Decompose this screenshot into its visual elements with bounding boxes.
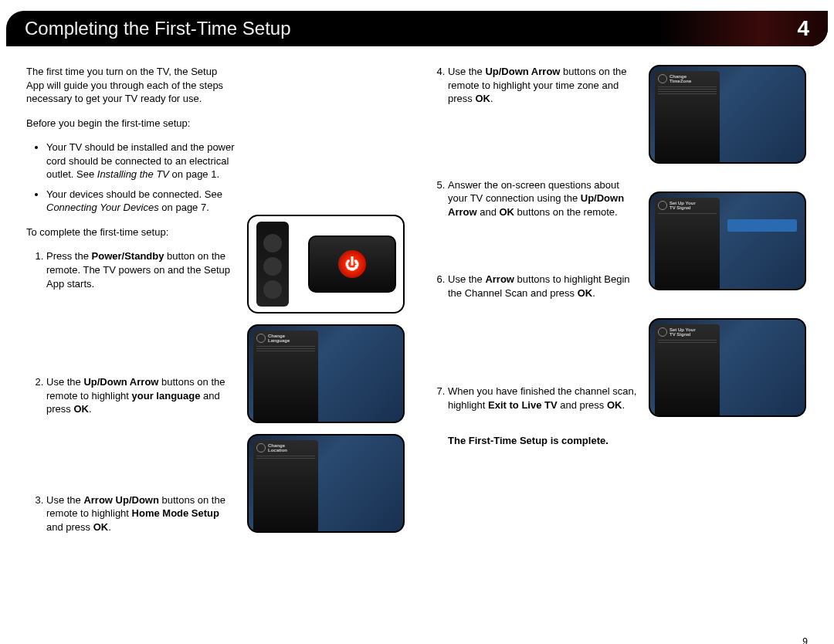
step-1: Press the Power/Standby button on the re… bbox=[46, 249, 236, 290]
screenshot-language: Change Language bbox=[247, 324, 405, 423]
menu-panel: Change Location bbox=[253, 440, 318, 533]
screenshot-signal-1: Set Up Your TV Signal bbox=[649, 192, 806, 290]
logo-icon bbox=[658, 201, 667, 210]
remote-illustration bbox=[247, 215, 405, 314]
steps-right-list: Use the Up/Down Arrow buttons on the rem… bbox=[428, 65, 638, 412]
chapter-title: Completing the First-Time Setup bbox=[25, 18, 291, 39]
menu-panel: Change TimeZone bbox=[655, 71, 720, 164]
to-complete-heading: To complete the first-time setup: bbox=[26, 225, 236, 239]
pre-setup-heading: Before you begin the first-time setup: bbox=[26, 117, 236, 130]
chapter-number: 4 bbox=[797, 16, 809, 41]
remote-body-icon bbox=[256, 222, 289, 307]
screenshot-timezone: Change TimeZone bbox=[649, 65, 806, 164]
step-7: When you have finished the channel scan,… bbox=[448, 385, 638, 412]
step-2: Use the Up/Down Arrow buttons on the rem… bbox=[46, 375, 236, 416]
left-image-column: Change Language Change Location bbox=[247, 65, 406, 575]
step-4: Use the Up/Down Arrow buttons on the rem… bbox=[448, 65, 638, 106]
left-text-column: The first time you turn on the TV, the S… bbox=[26, 65, 236, 575]
step-3: Use the Arrow Up/Down buttons on the rem… bbox=[46, 493, 236, 534]
spacer bbox=[649, 175, 808, 181]
logo-icon bbox=[658, 74, 667, 83]
logo-icon bbox=[658, 327, 667, 337]
steps-left-list: Press the Power/Standby button on the re… bbox=[26, 249, 236, 534]
cross-ref: Connecting Your Devices bbox=[46, 202, 159, 213]
cross-ref: Installing the TV bbox=[97, 168, 169, 180]
logo-icon bbox=[256, 334, 266, 343]
pre-bullet-2: Your devices should be connected. See Co… bbox=[46, 188, 236, 215]
highlighted-option bbox=[727, 219, 797, 232]
manual-page: Completing the First-Time Setup 4 The fi… bbox=[0, 11, 834, 644]
chapter-header: Completing the First-Time Setup 4 bbox=[6, 11, 828, 46]
intro-paragraph: The first time you turn on the TV, the S… bbox=[26, 65, 236, 106]
power-button-inset bbox=[308, 236, 396, 293]
setup-complete-message: The First-Time Setup is complete. bbox=[448, 435, 638, 446]
right-text-column: Use the Up/Down Arrow buttons on the rem… bbox=[428, 65, 638, 575]
left-column: The first time you turn on the TV, the S… bbox=[26, 65, 406, 575]
pre-setup-list: Your TV should be installed and the powe… bbox=[26, 141, 236, 215]
step-5: Answer the on-screen questions about you… bbox=[448, 178, 638, 219]
pre-bullet-1: Your TV should be installed and the powe… bbox=[46, 141, 236, 181]
page-number: 9 bbox=[802, 636, 808, 644]
right-image-column: Change TimeZone Set Up Your TV Signal Se… bbox=[649, 65, 808, 575]
screenshot-signal-2: Set Up Your TV Signal bbox=[649, 318, 806, 417]
right-column: Use the Up/Down Arrow buttons on the rem… bbox=[428, 65, 808, 575]
spacer bbox=[247, 65, 406, 204]
content-area: The first time you turn on the TV, the S… bbox=[0, 46, 834, 575]
logo-icon bbox=[256, 443, 266, 452]
spacer bbox=[649, 301, 808, 307]
menu-panel: Set Up Your TV Signal bbox=[655, 324, 720, 417]
power-icon bbox=[338, 250, 366, 278]
step-6: Use the Arrow buttons to highlight Begin… bbox=[448, 273, 638, 300]
screenshot-location: Change Location bbox=[247, 434, 405, 533]
menu-panel: Change Language bbox=[253, 330, 318, 423]
menu-panel: Set Up Your TV Signal bbox=[655, 198, 720, 290]
